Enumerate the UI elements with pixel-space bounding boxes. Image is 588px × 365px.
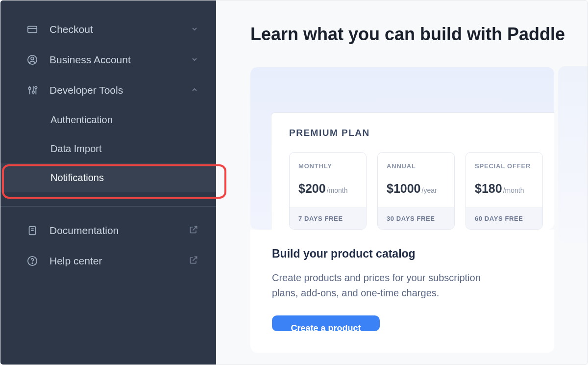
sidebar-subitem-authentication[interactable]: Authentication (0, 105, 216, 134)
next-card-peek (558, 66, 588, 243)
sidebar-subitem-label: Data Import (50, 143, 101, 154)
user-circle-icon (26, 53, 39, 66)
price-period: /month (327, 186, 348, 194)
price-amount: $180 (475, 182, 502, 195)
price-card-monthly[interactable]: MONTHLY $200/month 7 DAYS FREE (289, 152, 367, 230)
card-icon (26, 23, 39, 36)
catalog-section: Build your product catalog Create produc… (250, 230, 554, 353)
sidebar-item-label: Developer Tools (49, 84, 123, 96)
main-content: Learn what you can build with Paddle PRE… (216, 0, 588, 365)
sidebar-item-label: Documentation (49, 225, 119, 236)
pricing-row: MONTHLY $200/month 7 DAYS FREE ANNUAL $1… (289, 152, 554, 230)
app-shell: Checkout Business Account Developer Tool… (0, 0, 588, 365)
sidebar-subitem-data-import[interactable]: Data Import (0, 134, 216, 163)
svg-rect-0 (28, 26, 37, 33)
create-product-button[interactable]: Create a product (272, 315, 380, 331)
sidebar-item-documentation[interactable]: Documentation (0, 215, 216, 246)
chevron-up-icon (191, 84, 198, 96)
hero-card: PREMIUM PLAN MONTHLY $200/month 7 DAYS F… (250, 67, 554, 230)
price-period: /month (503, 186, 524, 194)
price-banner: 7 DAYS FREE (290, 208, 366, 229)
sidebar-item-help-center[interactable]: Help center (0, 246, 216, 276)
page-heading: Learn what you can build with Paddle (250, 24, 588, 45)
price-label: MONTHLY (298, 162, 357, 170)
plan-panel: PREMIUM PLAN MONTHLY $200/month 7 DAYS F… (271, 112, 554, 230)
sidebar-item-label: Business Account (49, 54, 131, 66)
sidebar-item-business-account[interactable]: Business Account (0, 45, 216, 75)
price-banner: 60 DAYS FREE (466, 208, 542, 229)
sidebar-item-label: Help center (49, 255, 102, 267)
sliders-icon (26, 84, 39, 97)
price-amount: $1000 (387, 182, 421, 195)
svg-point-5 (28, 87, 30, 89)
sidebar-divider (0, 206, 216, 207)
svg-point-14 (32, 263, 32, 263)
chevron-down-icon (191, 54, 198, 66)
svg-point-3 (31, 57, 34, 60)
price-card-annual[interactable]: ANNUAL $1000/year 30 DAYS FREE (377, 152, 455, 230)
sidebar-item-checkout[interactable]: Checkout (0, 14, 216, 45)
sidebar-item-developer-tools[interactable]: Developer Tools (0, 75, 216, 105)
catalog-description: Create products and prices for your subs… (272, 270, 507, 301)
help-icon (26, 255, 39, 267)
sidebar-item-label: Checkout (49, 24, 93, 35)
sidebar-subitem-label: Notifications (50, 172, 104, 183)
price-label: SPECIAL OFFER (475, 162, 534, 170)
price-card-special[interactable]: SPECIAL OFFER $180/month 60 DAYS FREE (466, 152, 543, 230)
price-amount: $200 (298, 182, 326, 195)
external-link-icon (189, 225, 198, 237)
sidebar-subitem-notifications[interactable]: Notifications (0, 163, 216, 192)
price-label: ANNUAL (387, 162, 445, 170)
plan-title: PREMIUM PLAN (289, 128, 554, 138)
svg-point-9 (35, 86, 37, 88)
svg-point-7 (32, 91, 34, 93)
price-banner: 30 DAYS FREE (378, 208, 454, 229)
chevron-down-icon (191, 24, 198, 35)
doc-icon (26, 224, 39, 237)
price-period: /year (422, 186, 437, 194)
sidebar: Checkout Business Account Developer Tool… (0, 0, 216, 365)
sidebar-subitem-label: Authentication (50, 114, 113, 125)
external-link-icon (189, 255, 198, 267)
catalog-title: Build your product catalog (272, 247, 533, 261)
